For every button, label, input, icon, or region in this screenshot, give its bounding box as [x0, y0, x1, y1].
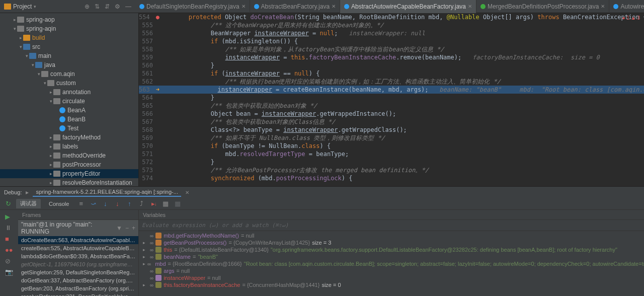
stack-frame[interactable]: lambda$doGetBean$0:339, AbstractBeanFact…: [18, 252, 138, 260]
stack-frame[interactable]: resolveReference:321, BeanDefinitionValu…: [18, 292, 138, 296]
filter-icon[interactable]: ▼: [116, 225, 122, 232]
tree-item[interactable]: ▾custom: [0, 79, 138, 88]
breakpoint-icon[interactable]: ●: [156, 13, 159, 21]
close-icon[interactable]: ✕: [468, 4, 472, 9]
code-line[interactable]: 570 if (beanType != NullBean.class) {: [139, 142, 644, 150]
variable-row[interactable]: ▸∞beanName = "beanB": [141, 253, 642, 260]
variable-row[interactable]: ▸∞this = {DefaultListableBeanFactory@134…: [141, 246, 642, 253]
plus-icon[interactable]: +: [132, 225, 135, 232]
project-panel-header[interactable]: Project ▾: [0, 3, 80, 10]
expander-icon[interactable]: ▸: [143, 254, 148, 259]
code-line[interactable]: 563➜ instanceWrapper = createBeanInstanc…: [139, 86, 644, 94]
tree-item[interactable]: Test: [0, 124, 138, 133]
code-line[interactable]: 556 BeanWrapper instanceWrapper = null; …: [139, 29, 644, 37]
expander-icon[interactable]: ▸: [48, 180, 53, 185]
close-icon[interactable]: ✕: [242, 4, 246, 9]
expander-icon[interactable]: ▾: [18, 44, 23, 49]
tree-item[interactable]: ▾java: [0, 60, 138, 69]
expander-icon[interactable]: ▸: [48, 162, 53, 167]
variable-row[interactable]: ▸∞mbd = {RootBeanDefinition@1666} "Root …: [141, 260, 642, 267]
code-line[interactable]: 564 }: [139, 94, 644, 102]
code-line[interactable]: 559 instanceWrapper = this.factoryBeanIn…: [139, 53, 644, 61]
close-icon[interactable]: ✕: [185, 190, 189, 195]
code-editor[interactable]: ● 1 ▲ 3 554● protected Object doCreateBe…: [139, 13, 644, 186]
expander-icon[interactable]: ▾: [48, 99, 53, 104]
expander-icon[interactable]: ▾: [36, 71, 41, 77]
editor-tab[interactable]: AutowiredAnnotationBeanPostProcessor.jav…: [609, 0, 644, 13]
tree-item[interactable]: ▾main: [0, 51, 138, 60]
editor-tab[interactable]: MergedBeanDefinitionPostProcessor.java✕: [476, 0, 609, 13]
editor-tab[interactable]: DefaultSingletonBeanRegistry.java✕: [135, 0, 250, 13]
expander-icon[interactable]: ▾: [42, 81, 47, 86]
more-icon[interactable]: ▦: [174, 200, 182, 208]
tree-item[interactable]: ▸resolveBeforeInstantiation: [0, 178, 138, 186]
thread-dump-icon[interactable]: 📷: [5, 268, 13, 276]
force-step-into-icon[interactable]: ↓: [113, 200, 121, 208]
threads-icon[interactable]: ≡: [77, 200, 85, 208]
evaluate-icon[interactable]: ▦: [162, 200, 170, 208]
code-line[interactable]: 558 /** 如果是单例对象，从factoryBean实例缓存中移除当前bea…: [139, 45, 644, 53]
variable-row[interactable]: ∞mbd.getFactoryMethodName() = null: [141, 232, 642, 239]
variable-row[interactable]: ∞instanceWrapper = null: [141, 274, 642, 281]
pause-icon[interactable]: ⏸: [5, 224, 13, 232]
expand-icon[interactable]: ⇅: [95, 3, 100, 10]
tree-item[interactable]: ▸postProcessor: [0, 160, 138, 169]
rerun-icon[interactable]: ↻: [4, 200, 12, 208]
gear-icon[interactable]: ⚙: [115, 3, 120, 10]
tree-item[interactable]: ▸labels: [0, 142, 138, 151]
expander-icon[interactable]: ▾: [12, 26, 17, 31]
tree-item[interactable]: ▸methodOverride: [0, 151, 138, 160]
hide-icon[interactable]: —: [125, 3, 131, 10]
expander-icon[interactable]: ▸: [48, 135, 53, 140]
mute-breakpoints-icon[interactable]: ⊘: [5, 257, 13, 265]
stop-icon[interactable]: ■: [5, 235, 13, 243]
expander-icon[interactable]: ▾: [30, 62, 35, 67]
code-line[interactable]: 566 Object bean = instanceWrapper.getWra…: [139, 110, 644, 118]
project-tree[interactable]: ▸spring-aop▾spring-aqin▸build▾src▾main▾j…: [0, 13, 139, 186]
expander-icon[interactable]: ▸: [48, 90, 53, 95]
stack-frame[interactable]: getBean:203, AbstractBeanFactory (org.sp…: [18, 284, 138, 292]
run-to-cursor-icon[interactable]: ▸ᵢ: [149, 200, 157, 208]
step-over-icon[interactable]: ⤻: [89, 200, 97, 208]
console-tab[interactable]: Console: [45, 200, 73, 208]
tree-item[interactable]: ▸propertyEditor: [0, 169, 138, 178]
minus-icon[interactable]: −: [125, 225, 129, 232]
expander-icon[interactable]: ▸: [143, 240, 148, 245]
resume-icon[interactable]: ▶: [5, 213, 13, 221]
stack-frame[interactable]: getSingleton:259, DefaultSingletonBeanRe…: [18, 268, 138, 276]
variable-row[interactable]: ▸∞getBeanPostProcessors() = {CopyOnWrite…: [141, 239, 642, 246]
expander-icon[interactable]: ▸: [48, 153, 53, 158]
tree-item[interactable]: BeanB: [0, 115, 138, 124]
code-line[interactable]: 555 /** 这个BeanWrapper是用来持有创建出来的bean对象的。*…: [139, 21, 644, 29]
variable-row[interactable]: ▸∞this.factoryBeanInstanceCache = {Concu…: [141, 281, 642, 288]
view-breakpoints-icon[interactable]: ●●: [5, 246, 13, 254]
tree-item[interactable]: ▸annotation: [0, 88, 138, 97]
debugger-tab[interactable]: 调试器: [16, 199, 41, 208]
target-icon[interactable]: ⊕: [85, 3, 90, 10]
tree-item[interactable]: ▾circulate: [0, 97, 138, 106]
code-line[interactable]: 568 Class<?> beanType = instanceWrapper.…: [139, 126, 644, 134]
expander-icon[interactable]: ▸: [143, 261, 145, 266]
step-out-icon[interactable]: ↑: [125, 200, 133, 208]
expander-icon[interactable]: ▸: [48, 171, 53, 176]
tree-item[interactable]: ▸build: [0, 33, 138, 42]
variable-row[interactable]: ∞args = null: [141, 267, 642, 274]
expander-icon[interactable]: ▸: [12, 17, 17, 22]
tree-item[interactable]: ▾com.aqin: [0, 69, 138, 79]
tree-item[interactable]: ▾src: [0, 42, 138, 51]
code-line[interactable]: 554● protected Object doCreateBean(Strin…: [139, 13, 644, 21]
step-into-icon[interactable]: ↓: [101, 200, 109, 208]
code-line[interactable]: 571 mbd.resolvedTargetType = beanType;: [139, 150, 644, 158]
collapse-icon[interactable]: ⇵: [105, 3, 110, 10]
code-line[interactable]: 574 synchronized (mbd.postProcessingLock…: [139, 174, 644, 182]
drop-frame-icon[interactable]: ⤴: [137, 200, 145, 208]
expander-icon[interactable]: ▸: [143, 282, 148, 287]
tree-item[interactable]: ▸factoryMethod: [0, 133, 138, 142]
stack-frame[interactable]: getObject:-1, 1169794610 (org.springfram…: [18, 260, 138, 268]
editor-problems-indicator[interactable]: ● 1 ▲ 3: [622, 15, 640, 21]
editor-tab[interactable]: AbstractBeanFactory.java✕: [250, 0, 341, 13]
code-line[interactable]: 569 /** 如果不等于 NullBean.class 类型，则修改目标类型 …: [139, 134, 644, 142]
code-line[interactable]: 561 if (instanceWrapper == null) {: [139, 69, 644, 78]
expander-icon[interactable]: ▸: [143, 247, 148, 252]
code-line[interactable]: 572 }: [139, 158, 644, 166]
